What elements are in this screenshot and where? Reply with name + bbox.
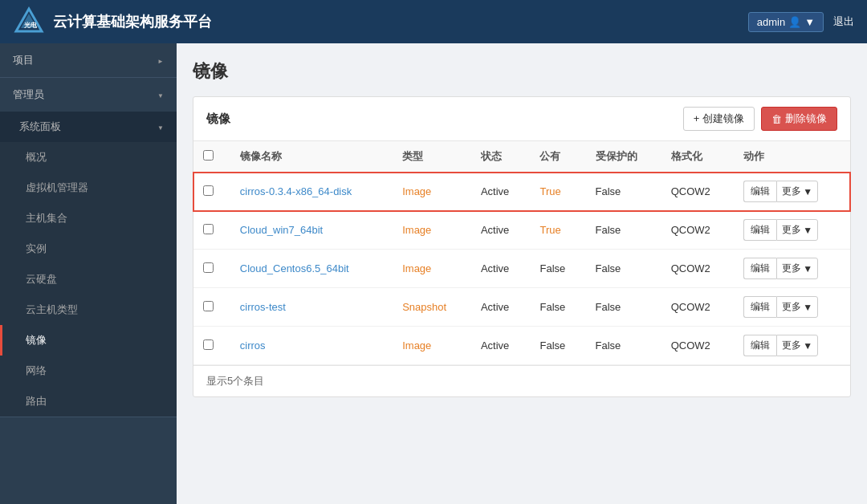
row-checkbox (193, 250, 230, 288)
row-select-checkbox[interactable] (203, 262, 214, 273)
dropdown-arrow-icon: ▼ (803, 340, 812, 352)
panel-title: 镜像 (206, 112, 230, 127)
edit-button[interactable]: 编辑 (743, 258, 776, 279)
row-name: cirros (230, 327, 393, 365)
image-type: Snapshot (402, 301, 446, 313)
more-button[interactable]: 更多 ▼ (776, 335, 818, 356)
more-label: 更多 (782, 300, 801, 314)
sidebar-item-mirror[interactable]: 镜像 (0, 325, 177, 356)
svg-text:光电: 光电 (23, 22, 38, 29)
edit-button[interactable]: 编辑 (743, 219, 776, 241)
image-public: False (539, 301, 565, 313)
table-header-row: 镜像名称 类型 状态 公有 受保护的 格式化 动作 (193, 141, 850, 173)
table-footer-count: 显示5个条目 (193, 365, 850, 396)
row-status: Active (471, 327, 531, 365)
action-group: 编辑 更多 ▼ (743, 258, 841, 279)
image-type: Image (402, 224, 431, 236)
dropdown-arrow-icon: ▼ (803, 225, 812, 236)
more-label: 更多 (782, 339, 801, 352)
sidebar-section-admin-header[interactable]: 管理员 (0, 78, 177, 112)
row-select-checkbox[interactable] (203, 339, 214, 350)
image-public: True (539, 185, 560, 197)
images-table: 镜像名称 类型 状态 公有 受保护的 格式化 动作 cirros-0.3.4-x… (193, 141, 850, 365)
row-type: Image (393, 173, 471, 211)
image-name-link[interactable]: Cloud_Centos6.5_64bit (240, 262, 349, 274)
row-checkbox (193, 173, 230, 211)
sidebar-section-project-header[interactable]: 项目 (0, 43, 177, 77)
row-public: False (530, 327, 585, 365)
col-status: 状态 (471, 141, 531, 173)
image-name-link[interactable]: cirros-0.3.4-x86_64-disk (240, 185, 352, 197)
sidebar-item-overview[interactable]: 概况 (0, 142, 177, 173)
panel-actions: + 创建镜像 🗑 删除镜像 (683, 107, 837, 131)
row-select-checkbox[interactable] (203, 301, 214, 311)
col-public: 公有 (530, 141, 585, 173)
row-checkbox (193, 211, 230, 250)
row-actions: 编辑 更多 ▼ (734, 288, 850, 327)
edit-button[interactable]: 编辑 (743, 181, 776, 202)
admin-label: admin (757, 16, 785, 28)
row-format: QCOW2 (661, 327, 735, 365)
sidebar-section-project-label: 项目 (13, 53, 34, 67)
image-protected: False (596, 339, 621, 352)
sidebar-item-vm-type[interactable]: 云主机类型 (0, 295, 177, 325)
row-select-checkbox[interactable] (203, 224, 214, 234)
sidebar-item-route[interactable]: 路由 (0, 386, 177, 417)
select-all-checkbox[interactable] (203, 150, 214, 161)
sidebar-item-host-cluster[interactable]: 主机集合 (0, 203, 177, 234)
more-label: 更多 (782, 262, 801, 275)
row-checkbox (193, 327, 230, 365)
image-name-link[interactable]: cirros-test (240, 301, 286, 313)
row-type: Snapshot (393, 288, 471, 327)
row-format: QCOW2 (661, 211, 735, 250)
row-name: Cloud_Centos6.5_64bit (230, 250, 393, 288)
edit-button[interactable]: 编辑 (743, 335, 776, 356)
panel-header: 镜像 + 创建镜像 🗑 删除镜像 (193, 97, 850, 141)
sidebar-item-cloud-disk[interactable]: 云硬盘 (0, 264, 177, 295)
image-name-link[interactable]: Cloud_win7_64bit (240, 224, 323, 236)
more-label: 更多 (782, 223, 801, 237)
sidebar-item-vm-manager[interactable]: 虚拟机管理器 (0, 173, 177, 203)
more-button[interactable]: 更多 ▼ (776, 296, 818, 318)
sidebar-sub-admin: 系统面板 概况 虚拟机管理器 主机集合 实例 云硬盘 云主机类型 镜像 网络 路… (0, 112, 177, 417)
col-checkbox (193, 141, 230, 173)
image-protected: False (596, 301, 621, 313)
image-protected: False (596, 185, 621, 197)
image-public: False (539, 339, 565, 352)
sidebar-item-network[interactable]: 网络 (0, 356, 177, 386)
create-image-button[interactable]: + 创建镜像 (683, 107, 755, 131)
more-button[interactable]: 更多 ▼ (776, 258, 818, 279)
image-type: Image (402, 185, 431, 197)
chevron-down-icon-2 (157, 123, 164, 132)
header-right: admin 👤 ▼ 退出 (748, 12, 854, 32)
image-name-link[interactable]: cirros (240, 339, 266, 352)
delete-image-label: 删除镜像 (785, 112, 827, 126)
row-select-checkbox[interactable] (203, 185, 214, 196)
dropdown-arrow-icon: ▼ (803, 263, 812, 274)
image-public: False (539, 262, 565, 274)
row-actions: 编辑 更多 ▼ (734, 173, 850, 211)
action-group: 编辑 更多 ▼ (743, 335, 841, 356)
delete-image-button[interactable]: 🗑 删除镜像 (761, 107, 837, 131)
sidebar-item-instance[interactable]: 实例 (0, 234, 177, 264)
row-actions: 编辑 更多 ▼ (734, 250, 850, 288)
admin-menu-button[interactable]: admin 👤 ▼ (748, 12, 824, 32)
row-public: False (530, 288, 585, 327)
table-row: Cloud_win7_64bit Image Active True False… (193, 211, 850, 250)
logout-button[interactable]: 退出 (833, 14, 854, 29)
row-status: Active (471, 211, 531, 250)
col-name: 镜像名称 (230, 141, 393, 173)
more-button[interactable]: 更多 ▼ (776, 181, 818, 202)
image-format: QCOW2 (671, 339, 710, 352)
chevron-down-icon: ▼ (804, 16, 815, 28)
edit-button[interactable]: 编辑 (743, 296, 776, 318)
row-protected: False (586, 211, 661, 250)
more-button[interactable]: 更多 ▼ (776, 219, 818, 241)
row-protected: False (586, 250, 661, 288)
sidebar-sub-system-panel-header[interactable]: 系统面板 (0, 112, 177, 142)
row-public: False (530, 250, 585, 288)
table-row: cirros Image Active False False QCOW2 编辑… (193, 327, 850, 365)
app-title: 云计算基础架构服务平台 (53, 12, 212, 31)
row-type: Image (393, 211, 471, 250)
action-group: 编辑 更多 ▼ (743, 181, 841, 202)
